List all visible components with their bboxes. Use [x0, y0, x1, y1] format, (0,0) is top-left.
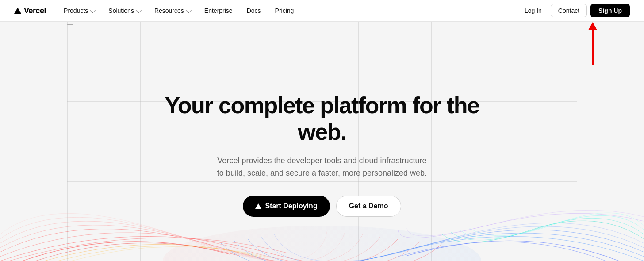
navbar-left: Vercel Products Solutions Resources Ente…: [14, 0, 301, 22]
grid-h-0: [67, 22, 577, 22]
nav-item-pricing[interactable]: Pricing: [268, 0, 301, 22]
nav-item-solutions[interactable]: Solutions: [101, 0, 147, 22]
grid-v-7: [577, 22, 577, 261]
hero-subtitle-line2: to build, scale, and secure a faster, mo…: [217, 169, 427, 177]
products-chevron-icon: [90, 7, 96, 13]
nav-products-label: Products: [64, 7, 88, 14]
nav-links: Products Solutions Resources Enterprise …: [57, 0, 301, 22]
arrow-line: [592, 30, 594, 65]
deploy-button-label: Start Deploying: [265, 202, 317, 210]
navbar: Vercel Products Solutions Resources Ente…: [0, 0, 644, 22]
get-demo-button[interactable]: Get a Demo: [336, 196, 401, 217]
nav-item-enterprise[interactable]: Enterprise: [197, 0, 240, 22]
svg-point-1: [163, 226, 481, 261]
signup-button[interactable]: Sign Up: [590, 4, 630, 17]
logo[interactable]: Vercel: [14, 6, 46, 15]
hero-content: Your complete platform for the web. Verc…: [145, 92, 499, 217]
resources-chevron-icon: [185, 7, 192, 13]
contact-button[interactable]: Contact: [551, 4, 587, 17]
hero-buttons: Start Deploying Get a Demo: [154, 196, 490, 217]
nav-docs-label: Docs: [247, 7, 261, 14]
nav-pricing-label: Pricing: [275, 7, 294, 14]
nav-resources-label: Resources: [154, 7, 184, 14]
hero-subtitle-line1: Vercel provides the developer tools and …: [217, 156, 426, 165]
nav-enterprise-label: Enterprise: [204, 7, 233, 14]
grid-corner-marker: [67, 22, 73, 28]
logo-icon: [14, 8, 21, 14]
brand-name: Vercel: [24, 6, 46, 15]
nav-item-resources[interactable]: Resources: [147, 0, 197, 22]
hero-subtitle: Vercel provides the developer tools and …: [154, 154, 490, 180]
deploy-triangle-icon: [255, 203, 261, 209]
annotation-arrow: [588, 22, 597, 65]
start-deploying-button[interactable]: Start Deploying: [243, 196, 330, 217]
solutions-chevron-icon: [135, 7, 142, 13]
hero-section: Your complete platform for the web. Verc…: [0, 22, 644, 261]
login-button[interactable]: Log In: [519, 4, 547, 17]
navbar-right: Log In Contact Sign Up: [519, 4, 630, 17]
grid-v-1: [140, 22, 141, 261]
nav-item-docs[interactable]: Docs: [240, 0, 268, 22]
svg-point-0: [163, 226, 481, 261]
grid-v-0: [67, 22, 68, 261]
grid-v-6: [504, 22, 504, 261]
nav-item-products[interactable]: Products: [57, 0, 101, 22]
hero-title: Your complete platform for the web.: [154, 92, 490, 146]
arrow-head-icon: [588, 22, 597, 30]
nav-solutions-label: Solutions: [108, 7, 134, 14]
